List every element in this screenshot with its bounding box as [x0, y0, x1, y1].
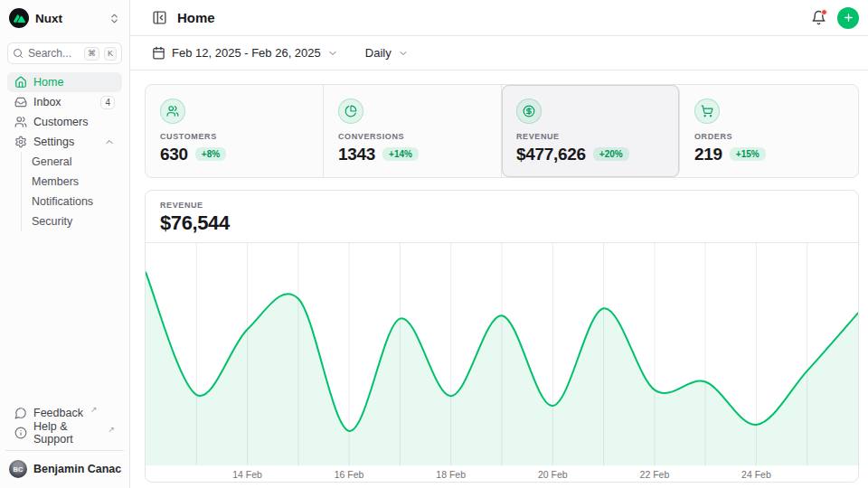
stat-label: REVENUE	[516, 132, 665, 141]
revenue-area-chart[interactable]: 14 Feb16 Feb18 Feb20 Feb22 Feb24 Feb	[146, 243, 858, 482]
svg-text:24 Feb: 24 Feb	[741, 469, 771, 480]
filter-toolbar: Feb 12, 2025 - Feb 26, 2025 Daily	[130, 36, 868, 70]
sidebar-item-security[interactable]: Security	[32, 211, 122, 231]
sidebar-item-members[interactable]: Members	[32, 172, 122, 192]
info-icon	[14, 427, 27, 439]
chart-metric-value: $76,544	[160, 211, 844, 235]
users-icon	[14, 116, 27, 128]
collapse-sidebar-button[interactable]	[150, 8, 169, 27]
main-panel: Home Feb 12, 2025 - Feb 26, 2025	[130, 0, 868, 488]
stat-delta-badge: +8%	[195, 147, 226, 161]
nuxt-logo	[9, 8, 29, 28]
sidebar-nav: Home Inbox 4 Customers Settings Ge	[7, 72, 122, 231]
search-input[interactable]: Search... ⌘ K	[7, 42, 122, 64]
cart-icon	[694, 99, 720, 124]
stat-label: ORDERS	[694, 132, 844, 141]
svg-text:14 Feb: 14 Feb	[232, 469, 262, 480]
gear-icon	[14, 136, 27, 148]
sidebar-item-help-support[interactable]: Help & Support ↗	[7, 423, 122, 443]
sidebar-item-label: Inbox	[33, 96, 61, 108]
stat-label: CONVERSIONS	[338, 132, 486, 141]
stat-card-customers[interactable]: CUSTOMERS 630 +8%	[146, 85, 324, 177]
chevron-down-icon	[398, 48, 409, 59]
top-bar: Home	[130, 0, 868, 36]
pie-chart-icon	[338, 99, 363, 124]
kbd-meta: ⌘	[84, 47, 99, 61]
chevrons-up-down-icon	[108, 13, 120, 24]
settings-submenu: General Members Notifications Security	[21, 152, 122, 231]
sidebar-item-settings[interactable]: Settings	[7, 132, 122, 152]
chart-header: REVENUE $76,544	[146, 191, 858, 243]
user-name: Benjamin Canac	[33, 463, 121, 475]
chevron-up-icon	[104, 136, 115, 147]
kbd-key: K	[104, 47, 117, 61]
external-link-icon: ↗	[108, 425, 115, 434]
stat-value: 630	[160, 145, 188, 164]
notifications-button[interactable]	[811, 10, 826, 25]
stat-value: 219	[694, 145, 722, 164]
panel-left-close-icon	[152, 10, 167, 25]
sidebar-item-notifications[interactable]: Notifications	[32, 192, 122, 211]
stat-label: CUSTOMERS	[160, 132, 308, 141]
date-range-value: Feb 12, 2025 - Feb 26, 2025	[172, 46, 321, 60]
stat-value: $477,626	[516, 145, 586, 164]
granularity-value: Daily	[365, 46, 392, 60]
svg-text:22 Feb: 22 Feb	[640, 469, 670, 480]
revenue-chart-card: REVENUE $76,544 14 Feb16 Feb18 Feb20 Feb…	[145, 190, 859, 483]
sidebar: Nuxt Search... ⌘ K Home Inbox 4	[0, 0, 130, 488]
message-icon	[14, 407, 27, 419]
chevron-down-icon	[327, 48, 338, 59]
chart-metric-label: REVENUE	[160, 201, 844, 210]
sidebar-divider	[5, 450, 124, 451]
sidebar-spacer	[7, 231, 122, 403]
chart-svg: 14 Feb16 Feb18 Feb20 Feb22 Feb24 Feb	[146, 243, 858, 482]
notification-dot	[821, 9, 827, 15]
home-icon	[14, 76, 27, 89]
stat-card-conversions[interactable]: CONVERSIONS 1343 +14%	[324, 85, 502, 177]
inbox-count-badge: 4	[100, 96, 115, 109]
user-menu[interactable]: BC Benjamin Canac	[7, 457, 122, 481]
sidebar-item-label: Customers	[33, 116, 88, 128]
granularity-select[interactable]: Daily	[363, 42, 410, 63]
stat-value: 1343	[338, 145, 375, 164]
sidebar-item-customers[interactable]: Customers	[7, 112, 122, 132]
sidebar-item-general[interactable]: General	[32, 152, 122, 172]
search-icon	[13, 48, 24, 59]
stat-card-orders[interactable]: ORDERS 219 +15%	[680, 85, 858, 177]
svg-text:18 Feb: 18 Feb	[436, 469, 466, 480]
dashboard-content: CUSTOMERS 630 +8% CONVERSIONS 1343 +14%	[130, 70, 868, 488]
search-placeholder: Search...	[28, 47, 80, 60]
inbox-icon	[14, 96, 27, 108]
calendar-icon	[152, 46, 165, 60]
svg-text:20 Feb: 20 Feb	[538, 469, 568, 480]
stat-delta-badge: +14%	[382, 147, 419, 161]
users-icon	[160, 99, 185, 124]
stat-delta-badge: +20%	[593, 147, 629, 161]
plus-icon	[843, 12, 854, 23]
workspace-switcher[interactable]: Nuxt	[7, 7, 122, 29]
sidebar-item-label: Help & Support	[33, 420, 100, 446]
date-range-picker[interactable]: Feb 12, 2025 - Feb 26, 2025	[150, 42, 340, 63]
workspace-name: Nuxt	[35, 12, 102, 25]
sidebar-item-label: Home	[33, 76, 63, 89]
stat-delta-badge: +15%	[730, 147, 766, 161]
sidebar-item-home[interactable]: Home	[7, 72, 122, 92]
dollar-circle-icon	[516, 99, 542, 124]
add-button[interactable]	[837, 7, 859, 29]
external-link-icon: ↗	[90, 405, 98, 414]
sidebar-item-label: Feedback	[33, 407, 83, 419]
page-title: Home	[177, 10, 215, 25]
avatar: BC	[9, 460, 27, 478]
top-bar-actions	[811, 7, 859, 29]
sidebar-item-inbox[interactable]: Inbox 4	[7, 92, 122, 112]
stats-row: CUSTOMERS 630 +8% CONVERSIONS 1343 +14%	[145, 84, 859, 178]
stat-card-revenue[interactable]: REVENUE $477,626 +20%	[502, 85, 680, 177]
sidebar-item-label: Settings	[33, 136, 74, 148]
svg-text:16 Feb: 16 Feb	[335, 469, 364, 480]
